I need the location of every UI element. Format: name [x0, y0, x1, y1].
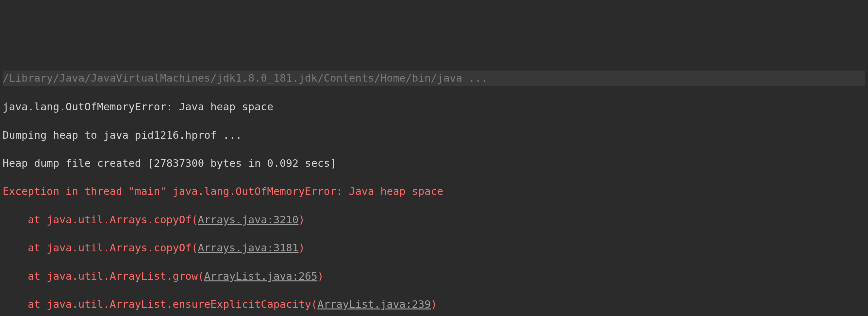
stack-at: at	[28, 270, 47, 282]
stack-method: java.util.ArrayList.grow(	[47, 270, 204, 282]
stack-source-link[interactable]: Arrays.java:3210	[198, 213, 299, 226]
stack-frame: at java.util.Arrays.copyOf(Arrays.java:3…	[3, 213, 865, 227]
console-output: /Library/Java/JavaVirtualMachines/jdk1.8…	[0, 57, 868, 316]
stack-indent	[3, 297, 28, 311]
stack-frame: at java.util.Arrays.copyOf(Arrays.java:3…	[3, 241, 865, 255]
stack-method: java.util.Arrays.copyOf(	[47, 213, 198, 226]
heap-dump-line: Dumping heap to java_pid1216.hprof ...	[3, 128, 865, 142]
stack-close-paren: )	[299, 242, 305, 254]
stack-source-link[interactable]: ArrayList.java:265	[204, 270, 318, 282]
stack-method: java.util.Arrays.copyOf(	[47, 242, 198, 254]
stack-source-link[interactable]: ArrayList.java:239	[317, 298, 431, 311]
stack-indent	[3, 269, 28, 283]
stack-indent	[3, 213, 28, 227]
heap-dump-created-line: Heap dump file created [27837300 bytes i…	[3, 156, 865, 170]
stack-at: at	[28, 242, 47, 254]
command-line: /Library/Java/JavaVirtualMachines/jdk1.8…	[3, 71, 865, 86]
stack-method: java.util.ArrayList.ensureExplicitCapaci…	[47, 298, 317, 311]
oom-error-line: java.lang.OutOfMemoryError: Java heap sp…	[3, 100, 865, 114]
stack-close-paren: )	[317, 270, 323, 282]
stack-at: at	[28, 213, 47, 226]
stack-frame: at java.util.ArrayList.grow(ArrayList.ja…	[3, 269, 865, 283]
exception-header: Exception in thread "main" java.lang.Out…	[3, 184, 865, 199]
stack-close-paren: )	[299, 213, 305, 226]
stack-close-paren: )	[431, 298, 437, 311]
stack-at: at	[28, 298, 47, 311]
stack-source-link[interactable]: Arrays.java:3181	[198, 242, 299, 254]
stack-indent	[3, 241, 28, 255]
stack-frame: at java.util.ArrayList.ensureExplicitCap…	[3, 297, 865, 311]
